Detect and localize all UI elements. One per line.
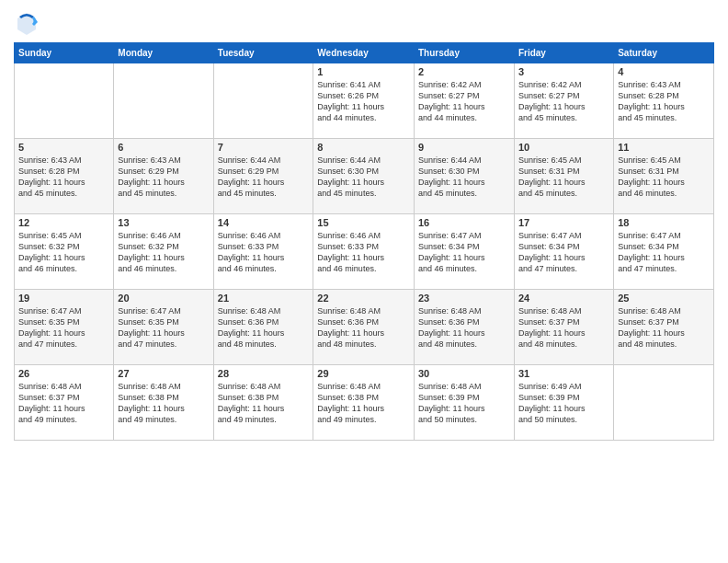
calendar-cell	[114, 63, 213, 139]
calendar-cell: 14Sunrise: 6:46 AM Sunset: 6:33 PM Dayli…	[213, 214, 313, 290]
day-number: 21	[218, 293, 310, 304]
calendar-cell: 6Sunrise: 6:43 AM Sunset: 6:29 PM Daylig…	[114, 139, 213, 214]
day-number: 20	[118, 293, 209, 304]
calendar: SundayMondayTuesdayWednesdayThursdayFrid…	[14, 42, 714, 441]
day-number: 13	[118, 217, 209, 228]
day-info: Sunrise: 6:43 AM Sunset: 6:28 PM Dayligh…	[18, 155, 109, 200]
calendar-cell: 16Sunrise: 6:47 AM Sunset: 6:34 PM Dayli…	[414, 214, 514, 290]
page: SundayMondayTuesdayWednesdayThursdayFrid…	[0, 0, 728, 563]
day-info: Sunrise: 6:48 AM Sunset: 6:36 PM Dayligh…	[317, 305, 410, 350]
calendar-cell: 8Sunrise: 6:44 AM Sunset: 6:30 PM Daylig…	[313, 139, 415, 214]
calendar-cell: 17Sunrise: 6:47 AM Sunset: 6:34 PM Dayli…	[514, 214, 613, 290]
day-number: 23	[418, 293, 510, 304]
calendar-cell: 25Sunrise: 6:48 AM Sunset: 6:37 PM Dayli…	[614, 290, 714, 365]
calendar-cell: 4Sunrise: 6:43 AM Sunset: 6:28 PM Daylig…	[614, 63, 714, 139]
calendar-cell: 13Sunrise: 6:46 AM Sunset: 6:32 PM Dayli…	[114, 214, 213, 290]
day-number: 27	[118, 368, 209, 379]
day-number: 7	[218, 142, 310, 153]
calendar-cell: 19Sunrise: 6:47 AM Sunset: 6:35 PM Dayli…	[15, 290, 114, 365]
calendar-cell: 7Sunrise: 6:44 AM Sunset: 6:29 PM Daylig…	[213, 139, 313, 214]
day-number: 17	[518, 217, 609, 228]
day-number: 1	[317, 66, 410, 77]
calendar-cell: 2Sunrise: 6:42 AM Sunset: 6:27 PM Daylig…	[414, 63, 514, 139]
calendar-cell: 22Sunrise: 6:48 AM Sunset: 6:36 PM Dayli…	[313, 290, 415, 365]
day-number: 4	[618, 66, 710, 77]
day-info: Sunrise: 6:46 AM Sunset: 6:33 PM Dayligh…	[317, 230, 410, 275]
calendar-cell: 23Sunrise: 6:48 AM Sunset: 6:36 PM Dayli…	[414, 290, 514, 365]
day-info: Sunrise: 6:48 AM Sunset: 6:37 PM Dayligh…	[518, 305, 609, 350]
day-info: Sunrise: 6:47 AM Sunset: 6:34 PM Dayligh…	[418, 230, 510, 275]
day-number: 14	[218, 217, 310, 228]
calendar-cell: 21Sunrise: 6:48 AM Sunset: 6:36 PM Dayli…	[213, 290, 313, 365]
day-info: Sunrise: 6:48 AM Sunset: 6:36 PM Dayligh…	[218, 305, 310, 350]
day-number: 9	[418, 142, 510, 153]
day-info: Sunrise: 6:47 AM Sunset: 6:34 PM Dayligh…	[618, 230, 710, 275]
calendar-cell: 18Sunrise: 6:47 AM Sunset: 6:34 PM Dayli…	[614, 214, 714, 290]
day-number: 29	[317, 368, 410, 379]
day-info: Sunrise: 6:48 AM Sunset: 6:38 PM Dayligh…	[317, 381, 410, 426]
calendar-cell: 26Sunrise: 6:48 AM Sunset: 6:37 PM Dayli…	[15, 365, 114, 441]
calendar-cell	[15, 63, 114, 139]
calendar-cell: 15Sunrise: 6:46 AM Sunset: 6:33 PM Dayli…	[313, 214, 415, 290]
day-info: Sunrise: 6:48 AM Sunset: 6:38 PM Dayligh…	[118, 381, 209, 426]
calendar-cell: 28Sunrise: 6:48 AM Sunset: 6:38 PM Dayli…	[213, 365, 313, 441]
day-number: 15	[317, 217, 410, 228]
day-info: Sunrise: 6:48 AM Sunset: 6:36 PM Dayligh…	[418, 305, 510, 350]
day-info: Sunrise: 6:45 AM Sunset: 6:32 PM Dayligh…	[18, 230, 109, 275]
day-number: 2	[418, 66, 510, 77]
calendar-cell: 30Sunrise: 6:48 AM Sunset: 6:39 PM Dayli…	[414, 365, 514, 441]
calendar-cell: 29Sunrise: 6:48 AM Sunset: 6:38 PM Dayli…	[313, 365, 415, 441]
logo-icon	[14, 9, 40, 35]
day-info: Sunrise: 6:46 AM Sunset: 6:32 PM Dayligh…	[118, 230, 209, 275]
day-number: 28	[218, 368, 310, 379]
day-number: 31	[518, 368, 609, 379]
weekday-header-friday: Friday	[514, 43, 613, 63]
calendar-cell: 1Sunrise: 6:41 AM Sunset: 6:26 PM Daylig…	[313, 63, 415, 139]
day-number: 18	[618, 217, 710, 228]
calendar-cell: 3Sunrise: 6:42 AM Sunset: 6:27 PM Daylig…	[514, 63, 613, 139]
calendar-cell: 12Sunrise: 6:45 AM Sunset: 6:32 PM Dayli…	[15, 214, 114, 290]
day-number: 22	[317, 293, 410, 304]
day-info: Sunrise: 6:48 AM Sunset: 6:38 PM Dayligh…	[218, 381, 310, 426]
calendar-cell	[213, 63, 313, 139]
day-info: Sunrise: 6:43 AM Sunset: 6:29 PM Dayligh…	[118, 155, 209, 200]
weekday-header-sunday: Sunday	[15, 43, 114, 63]
day-info: Sunrise: 6:44 AM Sunset: 6:30 PM Dayligh…	[317, 155, 410, 200]
calendar-cell: 9Sunrise: 6:44 AM Sunset: 6:30 PM Daylig…	[414, 139, 514, 214]
day-number: 25	[618, 293, 710, 304]
calendar-cell: 20Sunrise: 6:47 AM Sunset: 6:35 PM Dayli…	[114, 290, 213, 365]
day-number: 16	[418, 217, 510, 228]
day-info: Sunrise: 6:41 AM Sunset: 6:26 PM Dayligh…	[317, 79, 410, 124]
day-info: Sunrise: 6:45 AM Sunset: 6:31 PM Dayligh…	[518, 155, 609, 200]
day-info: Sunrise: 6:49 AM Sunset: 6:39 PM Dayligh…	[518, 381, 609, 426]
day-info: Sunrise: 6:42 AM Sunset: 6:27 PM Dayligh…	[418, 79, 510, 124]
day-number: 3	[518, 66, 609, 77]
day-info: Sunrise: 6:47 AM Sunset: 6:34 PM Dayligh…	[518, 230, 609, 275]
day-number: 19	[18, 293, 109, 304]
calendar-cell: 11Sunrise: 6:45 AM Sunset: 6:31 PM Dayli…	[614, 139, 714, 214]
day-info: Sunrise: 6:45 AM Sunset: 6:31 PM Dayligh…	[618, 155, 710, 200]
day-number: 10	[518, 142, 609, 153]
logo	[14, 9, 43, 35]
day-number: 8	[317, 142, 410, 153]
day-info: Sunrise: 6:43 AM Sunset: 6:28 PM Dayligh…	[618, 79, 710, 124]
header	[14, 9, 714, 35]
calendar-cell: 24Sunrise: 6:48 AM Sunset: 6:37 PM Dayli…	[514, 290, 613, 365]
calendar-cell: 31Sunrise: 6:49 AM Sunset: 6:39 PM Dayli…	[514, 365, 613, 441]
weekday-header-thursday: Thursday	[414, 43, 514, 63]
day-number: 6	[118, 142, 209, 153]
day-number: 12	[18, 217, 109, 228]
day-number: 30	[418, 368, 510, 379]
day-number: 11	[618, 142, 710, 153]
day-info: Sunrise: 6:44 AM Sunset: 6:29 PM Dayligh…	[218, 155, 310, 200]
calendar-cell: 27Sunrise: 6:48 AM Sunset: 6:38 PM Dayli…	[114, 365, 213, 441]
day-info: Sunrise: 6:46 AM Sunset: 6:33 PM Dayligh…	[218, 230, 310, 275]
day-number: 24	[518, 293, 609, 304]
day-info: Sunrise: 6:42 AM Sunset: 6:27 PM Dayligh…	[518, 79, 609, 124]
day-info: Sunrise: 6:48 AM Sunset: 6:39 PM Dayligh…	[418, 381, 510, 426]
day-number: 26	[18, 368, 109, 379]
day-info: Sunrise: 6:48 AM Sunset: 6:37 PM Dayligh…	[618, 305, 710, 350]
day-info: Sunrise: 6:48 AM Sunset: 6:37 PM Dayligh…	[18, 381, 109, 426]
weekday-header-tuesday: Tuesday	[213, 43, 313, 63]
calendar-cell: 5Sunrise: 6:43 AM Sunset: 6:28 PM Daylig…	[15, 139, 114, 214]
